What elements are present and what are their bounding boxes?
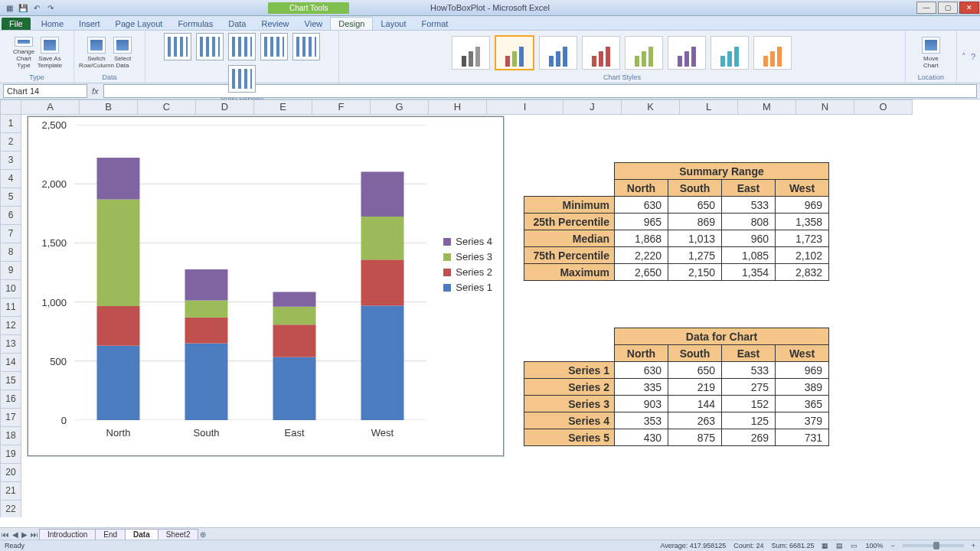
row-header[interactable]: 7 xyxy=(0,225,21,243)
fx-icon[interactable]: fx xyxy=(92,86,99,96)
minimize-ribbon-icon[interactable]: ˄ xyxy=(962,52,966,62)
row-header[interactable]: 18 xyxy=(0,427,21,445)
row-header[interactable]: 14 xyxy=(0,354,21,372)
sheet-nav-last-icon[interactable]: ⏭ xyxy=(29,530,40,539)
tab-page-layout[interactable]: Page Layout xyxy=(108,18,171,30)
chart-style-thumb[interactable] xyxy=(582,36,620,70)
row-header[interactable]: 5 xyxy=(0,188,21,207)
row-header[interactable]: 6 xyxy=(0,207,21,225)
row-header[interactable]: 3 xyxy=(0,152,21,170)
redo-icon[interactable]: ↷ xyxy=(46,3,55,12)
sheet-nav-first-icon[interactable]: ⏮ xyxy=(0,530,11,539)
column-header[interactable]: C xyxy=(138,99,196,115)
zoom-out-icon[interactable]: − xyxy=(890,542,894,549)
tab-formulas[interactable]: Formulas xyxy=(170,18,220,30)
column-header[interactable]: B xyxy=(80,99,138,115)
row-header[interactable]: 16 xyxy=(0,390,21,409)
column-header[interactable]: K xyxy=(622,99,680,115)
row-header[interactable]: 4 xyxy=(0,170,21,188)
chart-layout-thumb[interactable] xyxy=(228,65,256,93)
row-header[interactable]: 8 xyxy=(0,243,21,262)
chart-legend[interactable]: Series 4Series 3Series 2Series 1 xyxy=(443,232,492,297)
minimize-button[interactable]: — xyxy=(916,2,936,14)
sheet-tab[interactable]: Data xyxy=(125,529,158,540)
row-header[interactable]: 2 xyxy=(0,133,21,152)
change-chart-type-button[interactable]: Change Chart Type xyxy=(12,37,35,69)
tab-data[interactable]: Data xyxy=(220,18,253,30)
tab-review[interactable]: Review xyxy=(253,18,296,30)
column-header[interactable]: D xyxy=(196,99,254,115)
row-header[interactable]: 22 xyxy=(0,500,21,517)
tab-file[interactable]: File xyxy=(2,18,31,30)
row-header[interactable]: 21 xyxy=(0,482,21,500)
chart-layout-thumb[interactable] xyxy=(228,33,256,60)
sheet-tab[interactable]: Introduction xyxy=(39,529,96,540)
switch-row-column-button[interactable]: Switch Row/Column xyxy=(85,37,108,69)
row-header[interactable]: 17 xyxy=(0,409,21,427)
maximize-button[interactable]: ▢ xyxy=(938,2,958,14)
view-layout-icon[interactable]: ▤ xyxy=(836,542,843,549)
row-header[interactable]: 11 xyxy=(0,298,21,317)
chart-style-thumb[interactable] xyxy=(710,36,749,70)
name-box[interactable]: Chart 14 xyxy=(3,84,87,98)
column-header[interactable]: H xyxy=(429,99,487,115)
zoom-in-icon[interactable]: + xyxy=(972,542,975,549)
tab-layout[interactable]: Layout xyxy=(373,18,413,30)
chart-layout-thumb[interactable] xyxy=(164,33,191,60)
view-normal-icon[interactable]: ▦ xyxy=(822,542,828,549)
sheet-tab[interactable]: Sheet2 xyxy=(158,529,199,540)
chart-layout-thumb[interactable] xyxy=(292,33,320,60)
column-header[interactable]: G xyxy=(371,99,429,115)
column-header[interactable]: J xyxy=(564,99,622,115)
row-header[interactable]: 1 xyxy=(0,115,21,133)
chart-layout-thumb[interactable] xyxy=(260,33,288,60)
chart-style-thumb[interactable] xyxy=(625,36,663,70)
row-header[interactable]: 13 xyxy=(0,335,21,354)
tab-view[interactable]: View xyxy=(297,18,331,30)
summary-range-table[interactable]: Summary RangeNorthSouthEastWestMinimum63… xyxy=(524,162,829,281)
chart-style-thumb[interactable] xyxy=(495,35,534,70)
tab-format[interactable]: Format xyxy=(413,18,456,30)
row-header[interactable]: 15 xyxy=(0,372,21,390)
column-header[interactable]: N xyxy=(796,99,854,115)
column-header[interactable]: I xyxy=(487,99,564,115)
row-header[interactable]: 9 xyxy=(0,262,21,280)
column-header[interactable]: O xyxy=(854,99,913,115)
legend-item[interactable]: Series 4 xyxy=(443,236,492,247)
status-zoom[interactable]: 100% xyxy=(865,542,883,549)
chart-layout-thumb[interactable] xyxy=(196,33,224,60)
undo-icon[interactable]: ↶ xyxy=(32,3,41,12)
tab-insert[interactable]: Insert xyxy=(71,18,108,30)
row-header[interactable]: 20 xyxy=(0,464,21,482)
view-pagebreak-icon[interactable]: ▭ xyxy=(851,542,858,549)
save-icon[interactable]: 💾 xyxy=(18,3,28,12)
row-header[interactable]: 10 xyxy=(0,280,21,298)
chart-style-thumb[interactable] xyxy=(539,36,577,70)
close-button[interactable]: ✕ xyxy=(959,2,979,14)
select-all-corner[interactable] xyxy=(0,99,21,115)
chart-style-thumb[interactable] xyxy=(753,36,792,70)
tab-home[interactable]: Home xyxy=(34,18,71,30)
insert-sheet-icon[interactable]: ⊕ xyxy=(198,530,207,539)
zoom-slider[interactable] xyxy=(903,544,964,547)
data-for-chart-table[interactable]: Data for ChartNorthSouthEastWestSeries 1… xyxy=(524,328,829,446)
sheet-nav-prev-icon[interactable]: ◀ xyxy=(11,530,20,539)
save-as-template-button[interactable]: Save As Template xyxy=(38,37,61,69)
column-header[interactable]: E xyxy=(254,99,312,115)
legend-item[interactable]: Series 2 xyxy=(443,266,492,278)
legend-item[interactable]: Series 3 xyxy=(443,251,492,262)
row-header[interactable]: 19 xyxy=(0,445,21,464)
select-data-button[interactable]: Select Data xyxy=(111,37,134,69)
help-icon[interactable]: ? xyxy=(971,52,975,61)
tab-design[interactable]: Design xyxy=(330,17,373,30)
sheet-tab[interactable]: End xyxy=(95,529,126,540)
embedded-chart[interactable]: 05001,0001,5002,0002,500 NorthSouthEastW… xyxy=(28,116,504,456)
column-header[interactable]: A xyxy=(21,99,80,115)
column-header[interactable]: L xyxy=(680,99,738,115)
move-chart-button[interactable]: Move Chart xyxy=(920,37,942,69)
column-header[interactable]: F xyxy=(312,99,371,115)
column-header[interactable]: M xyxy=(738,99,796,115)
legend-item[interactable]: Series 1 xyxy=(443,282,492,293)
chart-style-thumb[interactable] xyxy=(668,36,706,70)
row-header[interactable]: 12 xyxy=(0,317,21,335)
